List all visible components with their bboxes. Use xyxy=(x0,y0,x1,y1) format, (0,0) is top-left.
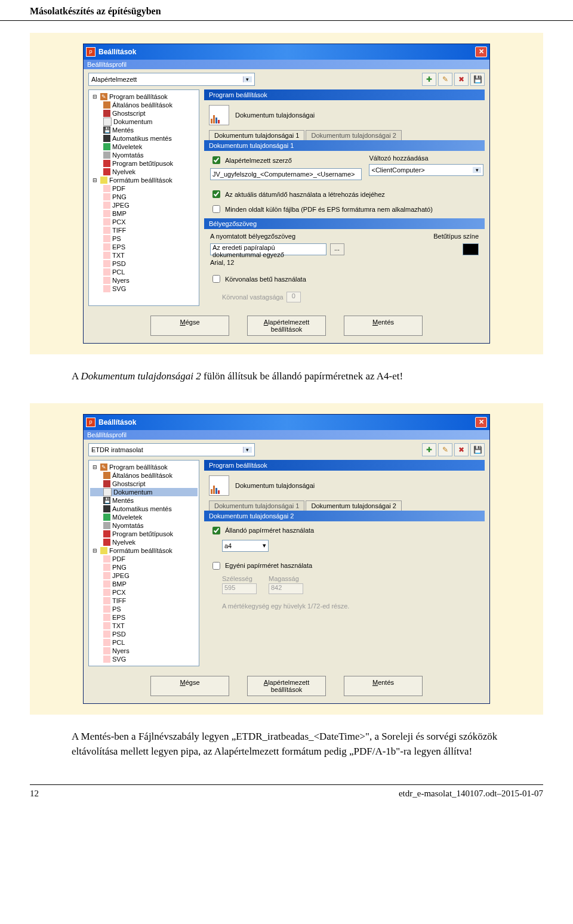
tree-item[interactable]: BMP xyxy=(90,580,198,588)
tree-item[interactable]: Automatikus mentés xyxy=(90,505,198,513)
settings-dialog-1: p Beállítások ✕ Beállításprofil Alapérte… xyxy=(83,44,490,344)
tree-item[interactable]: Ghostscript xyxy=(90,480,198,488)
tree-item[interactable]: TIFF xyxy=(90,226,198,234)
footer-filename: etdr_e-masolat_140107.odt–2015-01-07 xyxy=(399,789,543,799)
tree-item[interactable]: PSD xyxy=(90,259,198,268)
chevron-down-icon: ▾ xyxy=(243,447,252,453)
edit-profile-button[interactable]: ✎ xyxy=(438,443,452,456)
tree-item[interactable]: JPEG xyxy=(90,201,198,209)
tree-item[interactable]: PCX xyxy=(90,588,198,597)
save-profile-button[interactable]: 💾 xyxy=(470,73,485,86)
defaults-button[interactable]: Alapértelmezettbeállítások xyxy=(247,316,326,336)
tree-item[interactable]: BMP xyxy=(90,209,198,218)
each-page-checkbox[interactable] xyxy=(212,205,220,213)
tree-item[interactable]: PNG xyxy=(90,193,198,201)
tree-item[interactable]: Automatikus mentés xyxy=(90,134,198,143)
add-profile-button[interactable]: ✚ xyxy=(422,73,436,86)
font-color-swatch[interactable] xyxy=(463,243,479,255)
tree-item[interactable]: Nyelvek xyxy=(90,538,198,546)
tree-item[interactable]: Nyers xyxy=(90,276,198,285)
tree-item[interactable]: Általános beállítások xyxy=(90,471,198,480)
tree-item[interactable]: Ghostscript xyxy=(90,109,198,118)
tree-item[interactable]: Program betűtípusok xyxy=(90,159,198,168)
var-add-select[interactable]: <ClientComputer>▾ xyxy=(369,164,483,176)
custom-paper-checkbox[interactable] xyxy=(212,562,220,570)
tree-item[interactable]: Nyelvek xyxy=(90,168,198,176)
page-footer: 12 etdr_e-masolat_140107.odt–2015-01-07 xyxy=(30,784,543,811)
tree-item[interactable]: PCL xyxy=(90,638,198,647)
save-profile-button[interactable]: 💾 xyxy=(470,443,485,456)
tab-props-2[interactable]: Dokumentum tulajdonságai 2 xyxy=(306,130,401,140)
tree-item[interactable]: Műveletek xyxy=(90,513,198,521)
tab-props-2[interactable]: Dokumentum tulajdonságai 2 xyxy=(306,500,401,511)
author-input[interactable]: JV_ugyfelszolg_<Computername>_<Username> xyxy=(210,168,362,180)
cancel-button[interactable]: Mégse xyxy=(150,676,229,696)
tree-item[interactable]: Program betűtípusok xyxy=(90,530,198,538)
width-label: Szélesség xyxy=(222,575,257,582)
cancel-button[interactable]: Mégse xyxy=(150,316,229,336)
tree-item[interactable]: PDF xyxy=(90,555,198,563)
tree-item[interactable]: Általános beállítások xyxy=(90,101,198,109)
tab-props-1[interactable]: Dokumentum tulajdonságai 1 xyxy=(209,130,304,140)
window-title: Beállítások xyxy=(98,418,475,427)
close-icon[interactable]: ✕ xyxy=(475,417,487,428)
tree-item[interactable]: PCX xyxy=(90,218,198,226)
tree-item-document[interactable]: Dokumentum xyxy=(90,488,198,496)
fixed-paper-checkbox[interactable] xyxy=(212,527,220,534)
titlebar: p Beállítások ✕ xyxy=(84,415,489,430)
tree-item[interactable]: PNG xyxy=(90,563,198,571)
panel-title: Dokumentum tulajdonságai xyxy=(235,482,315,489)
tree-root-format[interactable]: ⊟Formátum beállítások xyxy=(90,176,198,184)
delete-profile-button[interactable]: ✖ xyxy=(454,73,469,86)
save-button[interactable]: Mentés xyxy=(344,316,423,336)
outline-font-checkbox[interactable] xyxy=(212,275,220,283)
tree-item[interactable]: TXT xyxy=(90,622,198,630)
paper-size-select[interactable]: a4▾ xyxy=(222,540,269,552)
tab-props-1[interactable]: Dokumentum tulajdonságai 1 xyxy=(209,500,304,511)
tree-item[interactable]: EPS xyxy=(90,243,198,251)
settings-tree[interactable]: ⊟✎Program beállítások Általános beállítá… xyxy=(88,460,199,666)
tree-item[interactable]: PS xyxy=(90,234,198,243)
tree-item[interactable]: PSD xyxy=(90,630,198,638)
tree-item[interactable]: 💾Mentés xyxy=(90,126,198,134)
defaults-button[interactable]: Alapértelmezettbeállítások xyxy=(247,676,326,696)
close-icon[interactable]: ✕ xyxy=(475,47,487,57)
tree-item[interactable]: Műveletek xyxy=(90,143,198,151)
profile-subheader: Beállításprofil xyxy=(84,60,489,69)
tree-item[interactable]: TIFF xyxy=(90,597,198,605)
profile-select[interactable]: ETDR iratmasolat ▾ xyxy=(88,443,255,456)
font-color-label: Betűtípus színe xyxy=(433,233,479,240)
save-button[interactable]: Mentés xyxy=(344,676,423,696)
stamp-text-input[interactable]: Az eredeti papíralapú dokumentummal egye… xyxy=(210,243,326,255)
use-date-checkbox[interactable] xyxy=(212,190,220,198)
delete-profile-button[interactable]: ✖ xyxy=(454,443,469,456)
settings-tree[interactable]: ⊟✎Program beállítások Általános beállítá… xyxy=(88,89,199,306)
add-profile-button[interactable]: ✚ xyxy=(422,443,436,456)
outline-thickness-label: Körvonal vastagsága xyxy=(222,293,284,301)
tree-root-program[interactable]: ⊟✎Program beállítások xyxy=(90,463,198,471)
tree-item[interactable]: Nyomtatás xyxy=(90,151,198,159)
edit-profile-button[interactable]: ✎ xyxy=(438,73,452,86)
tree-item[interactable]: TXT xyxy=(90,251,198,259)
profile-select[interactable]: Alapértelmezett ▾ xyxy=(88,73,255,86)
tree-item[interactable]: Nyomtatás xyxy=(90,521,198,530)
settings-dialog-2: p Beállítások ✕ Beállításprofil ETDR ira… xyxy=(83,414,490,704)
height-input: 842 xyxy=(269,583,303,594)
default-author-checkbox[interactable] xyxy=(212,156,220,164)
tree-item[interactable]: SVG xyxy=(90,655,198,663)
font-browse-button[interactable]: ... xyxy=(330,243,344,255)
tree-item[interactable]: 💾Mentés xyxy=(90,496,198,505)
panel-header: Program beállítások xyxy=(204,460,485,471)
tree-item[interactable]: JPEG xyxy=(90,571,198,580)
tree-item[interactable]: SVG xyxy=(90,285,198,293)
unit-note: A mértékegység egy hüvelyk 1/72-ed része… xyxy=(222,602,479,610)
tree-item[interactable]: EPS xyxy=(90,613,198,622)
tree-item[interactable]: PCL xyxy=(90,268,198,276)
tree-item[interactable]: PS xyxy=(90,605,198,613)
tree-item[interactable]: PDF xyxy=(90,184,198,193)
section-header-1: Dokumentum tulajdonságai 1 xyxy=(204,140,485,151)
tree-item[interactable]: Dokumentum xyxy=(90,118,198,126)
tree-root-format[interactable]: ⊟Formátum beállítások xyxy=(90,546,198,555)
tree-root-program[interactable]: ⊟✎Program beállítások xyxy=(90,92,198,101)
tree-item[interactable]: Nyers xyxy=(90,647,198,655)
